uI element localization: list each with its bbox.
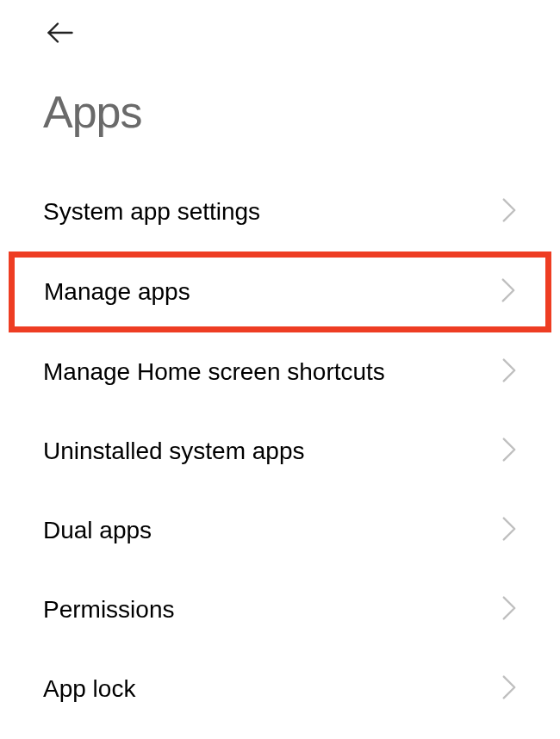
- list-item-permissions[interactable]: Permissions: [0, 570, 560, 649]
- list-item-uninstalled-system-apps[interactable]: Uninstalled system apps: [0, 412, 560, 491]
- chevron-right-icon: [501, 358, 517, 386]
- list-item-label: App lock: [43, 675, 135, 703]
- chevron-right-icon: [501, 675, 517, 703]
- list-item-manage-apps[interactable]: Manage apps: [15, 258, 545, 326]
- list-item-app-lock[interactable]: App lock: [0, 649, 560, 729]
- chevron-right-icon: [501, 438, 517, 465]
- list-item-system-app-settings[interactable]: System app settings: [0, 172, 560, 252]
- list-item-label: Manage apps: [44, 278, 190, 306]
- list-item-label: Permissions: [43, 596, 174, 624]
- list-item-manage-home-shortcuts[interactable]: Manage Home screen shortcuts: [0, 332, 560, 412]
- list-item-label: System app settings: [43, 198, 260, 226]
- list-item-permissions-wrapper: Permissions: [0, 570, 560, 649]
- list-item-label: Uninstalled system apps: [43, 438, 304, 465]
- back-button[interactable]: [43, 17, 78, 52]
- page-title: Apps: [0, 60, 560, 172]
- chevron-right-icon: [501, 517, 517, 544]
- list-item-label: Manage Home screen shortcuts: [43, 358, 385, 386]
- list-item-dual-apps-wrapper: Dual apps: [0, 491, 560, 570]
- list-item-manage-apps-wrapper: Manage apps: [9, 252, 551, 332]
- list-item-manage-home-shortcuts-wrapper: Manage Home screen shortcuts: [0, 332, 560, 412]
- list-item-uninstalled-system-apps-wrapper: Uninstalled system apps: [0, 412, 560, 491]
- chevron-right-icon: [501, 596, 517, 624]
- list-item-system-app-settings-wrapper: System app settings: [0, 172, 560, 252]
- list-item-app-lock-wrapper: App lock: [0, 649, 560, 729]
- list-item-dual-apps[interactable]: Dual apps: [0, 491, 560, 570]
- settings-list: System app settings Manage apps Manage H…: [0, 172, 560, 729]
- header: [0, 0, 560, 60]
- list-item-label: Dual apps: [43, 517, 152, 544]
- chevron-right-icon: [501, 278, 516, 306]
- arrow-left-icon: [45, 17, 76, 52]
- chevron-right-icon: [501, 198, 517, 226]
